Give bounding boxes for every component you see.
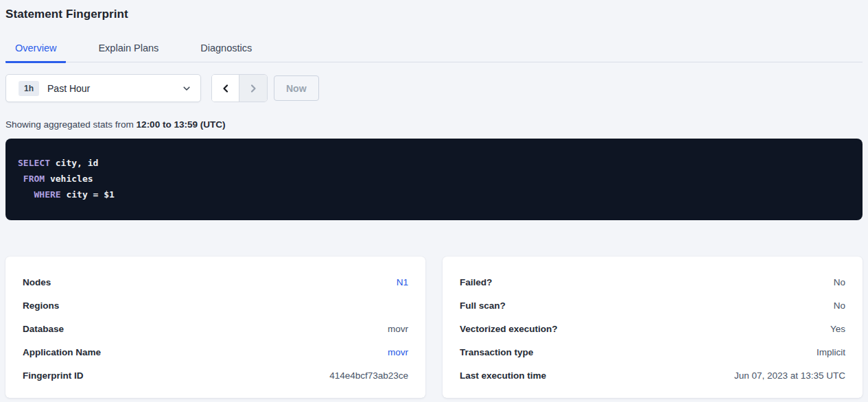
sql-text	[18, 189, 34, 200]
row-label: Application Name	[23, 347, 101, 357]
row-value: Yes	[830, 324, 845, 334]
sql-query-box: SELECT city, id FROM vehicles WHERE city…	[5, 139, 863, 220]
page-title: Statement Fingerprint	[5, 0, 863, 21]
row-value: Implicit	[817, 347, 845, 357]
statement-fingerprint-page: Statement Fingerprint OverviewExplain Pl…	[0, 0, 868, 398]
tab-diagnostics[interactable]: Diagnostics	[191, 36, 261, 63]
row-label: Last execution time	[460, 370, 546, 381]
row-value: 414e4bcf73ab23ce	[329, 370, 408, 381]
chevron-down-icon	[183, 84, 191, 93]
sql-line: FROM vehicles	[18, 171, 850, 187]
row-label: Database	[23, 324, 64, 334]
execution-attributes-card: Failed?NoFull scan?NoVectorized executio…	[443, 257, 863, 398]
card-row: Application Namemovr	[23, 340, 408, 364]
row-value-link[interactable]: N1	[397, 277, 408, 287]
sql-keyword: SELECT	[18, 158, 50, 168]
card-row: Vectorized execution?Yes	[460, 317, 845, 340]
now-button[interactable]: Now	[274, 75, 319, 101]
card-row: Fingerprint ID414e4bcf73ab23ce	[23, 364, 408, 387]
chevron-right-icon	[248, 84, 258, 93]
sql-line: SELECT city, id	[18, 155, 850, 171]
row-value: No	[834, 277, 845, 287]
stats-prefix: Showing aggregated stats from	[5, 119, 137, 130]
card-row: Regions	[23, 294, 408, 317]
interval-badge: 1h	[19, 81, 39, 96]
row-value: Jun 07, 2023 at 13:35 UTC	[734, 370, 845, 381]
sql-text: vehicles	[45, 174, 93, 184]
card-row: Last execution timeJun 07, 2023 at 13:35…	[460, 364, 845, 387]
sql-keyword: FROM	[23, 174, 45, 184]
card-row: Databasemovr	[23, 317, 408, 340]
sql-keyword: WHERE	[34, 189, 60, 200]
card-row: Full scan?No	[460, 294, 845, 317]
row-value: No	[834, 300, 845, 311]
row-label: Transaction type	[460, 347, 533, 357]
row-value: movr	[388, 324, 408, 334]
tab-bar: OverviewExplain PlansDiagnostics	[5, 36, 863, 62]
interval-label: Past Hour	[47, 83, 90, 94]
card-row: Transaction typeImplicit	[460, 340, 845, 364]
stats-range: 12:00 to 13:59 (UTC)	[137, 119, 226, 130]
sql-text	[18, 174, 23, 184]
summary-cards-row: NodesN1RegionsDatabasemovrApplication Na…	[5, 257, 863, 398]
card-row: NodesN1	[23, 270, 408, 294]
sql-line: WHERE city = $1	[18, 187, 850, 202]
time-controls: 1h Past Hour Now	[5, 74, 863, 102]
chevron-left-icon	[221, 84, 231, 93]
sql-text: city, id	[50, 158, 98, 168]
next-time-range-button[interactable]	[239, 75, 267, 102]
time-range-arrows	[211, 74, 268, 102]
aggregated-stats-line: Showing aggregated stats from 12:00 to 1…	[5, 119, 863, 130]
tab-explain-plans[interactable]: Explain Plans	[89, 36, 168, 63]
row-label: Nodes	[23, 277, 51, 287]
row-label: Regions	[23, 300, 59, 311]
prev-time-range-button[interactable]	[212, 75, 239, 102]
statement-details-card: NodesN1RegionsDatabasemovrApplication Na…	[5, 257, 425, 398]
row-value-link[interactable]: movr	[388, 347, 408, 357]
row-label: Failed?	[460, 277, 492, 287]
time-interval-dropdown[interactable]: 1h Past Hour	[5, 74, 201, 102]
row-label: Full scan?	[460, 300, 506, 311]
row-label: Vectorized execution?	[460, 324, 558, 334]
card-row: Failed?No	[460, 270, 845, 294]
sql-text: city = $1	[61, 189, 115, 200]
tab-overview[interactable]: Overview	[5, 36, 66, 63]
row-label: Fingerprint ID	[23, 370, 84, 381]
